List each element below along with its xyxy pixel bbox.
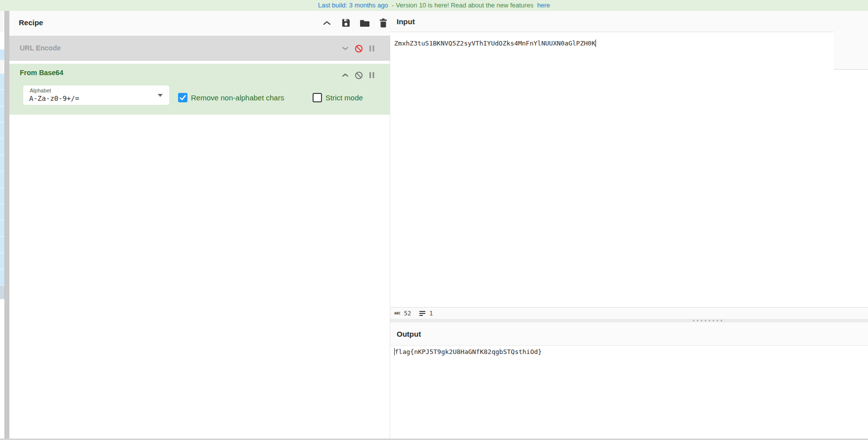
alphabet-select[interactable]: Alphabet A-Za-z0-9+/= xyxy=(23,86,169,105)
io-panel: Input ZmxhZ3tuS1BKNVQ5Z2syVThIYUdOZks4Mn… xyxy=(390,11,868,440)
banner-message: - Version 10 is here! Read about the new… xyxy=(392,1,533,9)
operations-list-fragment xyxy=(0,11,4,440)
operations-fragment-block xyxy=(0,11,4,32)
breakpoint-pause-icon[interactable] xyxy=(367,44,376,53)
divider xyxy=(390,32,834,32)
line-count: 1 xyxy=(429,310,433,317)
alphabet-label: Alphabet xyxy=(30,88,51,93)
output-header: Output xyxy=(390,322,868,346)
character-count-icon: ABC xyxy=(394,311,401,315)
recipe-panel: Recipe xyxy=(9,11,390,440)
input-text: ZmxhZ3tuS1BKNVQ5Z2syVThIYUdOZks4MnFnYlNU… xyxy=(394,40,595,47)
build-banner: Last build: 3 months ago - Version 10 is… xyxy=(0,0,868,11)
operation-from-base64[interactable]: From Base64 Alphabet A-Za-z0-9+/= Remo xyxy=(9,64,390,115)
line-count-icon xyxy=(419,310,426,316)
recipe-title: Recipe xyxy=(19,11,43,35)
disable-operation-icon[interactable] xyxy=(354,44,363,53)
strict-mode-checkbox[interactable] xyxy=(313,93,322,102)
drag-grip-dots-icon xyxy=(693,320,723,321)
operations-fragment-block xyxy=(0,60,4,74)
save-recipe-icon[interactable] xyxy=(340,17,351,28)
input-header: Input xyxy=(390,11,868,32)
input-textarea[interactable]: ZmxhZ3tuS1BKNVQ5Z2syVThIYUdOZks4MnFnYlNU… xyxy=(394,39,596,48)
operation-url-encode[interactable]: URL Encode xyxy=(9,36,390,61)
clear-recipe-trash-icon[interactable] xyxy=(378,17,389,28)
operation-name: URL Encode xyxy=(20,36,61,61)
remove-non-alphabet-checkbox[interactable] xyxy=(178,93,187,102)
character-count: 52 xyxy=(404,310,411,317)
output-text: flag{nKPJ5T9gk2U8HaGNfK82qgbSTQsthiOd} xyxy=(395,348,542,355)
recipe-header: Recipe xyxy=(9,11,390,35)
expand-operation-chevron-icon[interactable] xyxy=(341,44,350,53)
output-area[interactable]: flag{nKPJ5T9gk2U8HaGNfK82qgbSTQsthiOd} xyxy=(394,348,542,356)
input-status-bar: ABC 52 1 xyxy=(390,307,868,319)
input-title: Input xyxy=(397,11,415,32)
operation-items-fragment[interactable] xyxy=(0,74,4,286)
input-output-splitter[interactable] xyxy=(390,319,868,322)
disable-operation-icon[interactable] xyxy=(354,71,363,80)
operation-item-fragment[interactable] xyxy=(0,49,4,60)
breakpoint-pause-icon[interactable] xyxy=(367,71,376,80)
collapse-operation-chevron-icon[interactable] xyxy=(341,71,350,80)
header-fragment xyxy=(834,11,868,70)
operation-name: From Base64 xyxy=(20,69,63,77)
text-cursor xyxy=(595,40,596,47)
panel-splitter-vertical[interactable] xyxy=(4,11,9,440)
last-build-link[interactable]: Last build: 3 months ago xyxy=(318,1,388,9)
load-recipe-folder-icon[interactable] xyxy=(359,17,370,28)
output-title: Output xyxy=(397,322,421,346)
operation-item-fragment[interactable] xyxy=(0,286,4,299)
chevron-down-icon xyxy=(158,94,163,97)
strict-mode-label[interactable]: Strict mode xyxy=(325,93,363,102)
new-features-here-link[interactable]: here xyxy=(537,1,550,9)
remove-non-alphabet-label[interactable]: Remove non-alphabet chars xyxy=(191,93,284,102)
alphabet-value: A-Za-z0-9+/= xyxy=(29,94,79,102)
collapse-recipe-icon[interactable] xyxy=(321,17,332,28)
